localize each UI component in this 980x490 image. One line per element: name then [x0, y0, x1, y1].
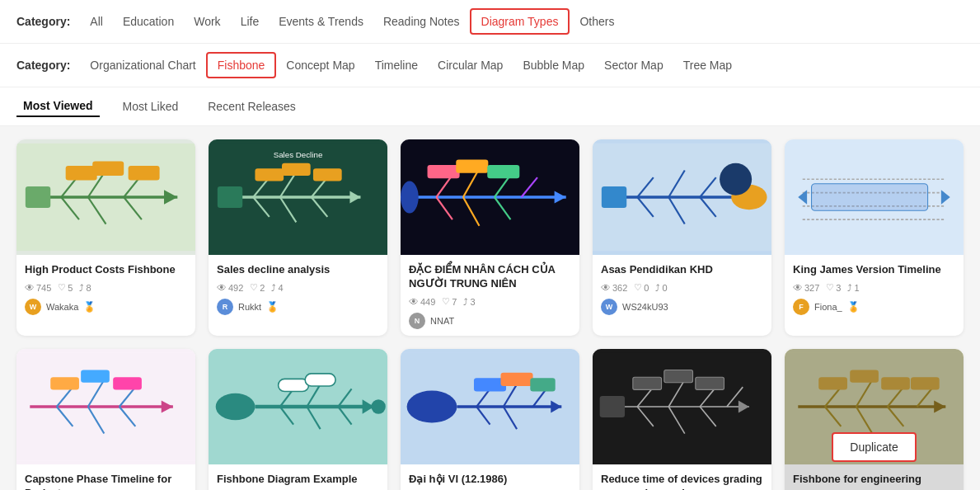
- card-card4[interactable]: Asas Pendidikan KHD 👁 362 ♡ 0 ⤴ 0 W WS24…: [593, 139, 771, 336]
- likes-count: 2: [260, 283, 265, 293]
- card-author: N NNAT: [409, 313, 571, 329]
- sort-recent[interactable]: Recent Releases: [201, 97, 302, 116]
- cat2-timeline[interactable]: Timeline: [365, 54, 428, 77]
- svg-rect-110: [664, 370, 693, 382]
- category-bar-2: Category: Organizational Chart Fishbone …: [0, 44, 980, 87]
- card-thumbnail: [593, 139, 771, 255]
- heart-icon: ♡: [58, 282, 66, 293]
- cat1-work[interactable]: Work: [184, 10, 230, 33]
- cat2-org[interactable]: Organizational Chart: [80, 54, 205, 77]
- card-body: Fishbone Diagram Example 👁 304 ♡ 0 ⤴ 0 F…: [209, 464, 387, 490]
- svg-rect-22: [218, 186, 242, 208]
- author-avatar: F: [793, 299, 809, 315]
- card-thumbnail: [401, 139, 579, 255]
- svg-rect-60: [812, 184, 928, 211]
- author-avatar: R: [217, 299, 233, 315]
- svg-rect-50: [602, 186, 626, 208]
- svg-rect-12: [129, 166, 160, 180]
- cat2-fishbone[interactable]: Fishbone: [206, 52, 277, 78]
- heart-icon: ♡: [634, 282, 642, 293]
- card-stats: 👁 449 ♡ 7 ⤴ 3: [409, 296, 571, 308]
- card-card6[interactable]: Capstone Phase Timeline for Projects 👁 2…: [16, 349, 195, 490]
- svg-point-52: [720, 163, 752, 196]
- views-count: 745: [36, 283, 51, 293]
- card-card2[interactable]: Sales Decline Sales decline analysis 👁 4…: [209, 139, 387, 336]
- card-body: Asas Pendidikan KHD 👁 362 ♡ 0 ⤴ 0 W WS24…: [593, 255, 771, 322]
- cat2-tree[interactable]: Tree Map: [673, 54, 742, 77]
- shares-stat: ⤴ 3: [463, 297, 475, 307]
- svg-rect-84: [279, 379, 309, 391]
- shares-stat: ⤴ 8: [79, 283, 91, 293]
- likes-count: 3: [836, 283, 841, 293]
- card-author: W WS24kU93: [601, 299, 763, 315]
- share-icon: ⤴: [847, 283, 852, 293]
- cat2-circular[interactable]: Circular Map: [428, 54, 513, 77]
- eye-icon: 👁: [793, 282, 803, 294]
- card-card10[interactable]: Fishbone for engineering 👁 253 ♡ 1 ⤴ 1 E…: [785, 349, 964, 490]
- svg-rect-37: [428, 165, 460, 178]
- shares-stat: ⤴ 0: [655, 283, 667, 293]
- svg-point-74: [216, 393, 256, 421]
- card-card1[interactable]: High Product Costs Fishbone 👁 745 ♡ 5 ⤴ …: [16, 139, 195, 336]
- svg-rect-108: [600, 396, 625, 417]
- author-avatar: W: [601, 299, 617, 315]
- cat1-others[interactable]: Others: [570, 10, 624, 33]
- svg-rect-85: [305, 374, 335, 386]
- gold-badge: 🏅: [83, 301, 96, 313]
- views-count: 449: [420, 297, 435, 307]
- cat2-concept[interactable]: Concept Map: [276, 54, 364, 77]
- views-count: 327: [804, 283, 819, 293]
- shares-count: 8: [86, 283, 91, 293]
- shares-count: 0: [662, 283, 667, 293]
- likes-count: 7: [452, 297, 457, 307]
- card-card3[interactable]: ĐẶC ĐIỂM NHÂN CÁCH CỦA NGƯỜI TRUNG NIÊN …: [401, 139, 579, 336]
- likes-stat: ♡ 2: [250, 282, 265, 293]
- svg-rect-71: [81, 370, 110, 382]
- card-stats: 👁 492 ♡ 2 ⤴ 4: [217, 282, 379, 294]
- share-icon: ⤴: [79, 283, 84, 293]
- cat1-education[interactable]: Education: [113, 10, 184, 33]
- svg-point-77: [371, 399, 385, 413]
- heart-icon: ♡: [442, 296, 450, 307]
- cat2-sector[interactable]: Sector Map: [594, 54, 673, 77]
- svg-rect-25: [313, 168, 342, 181]
- card-stats: 👁 327 ♡ 3 ⤴ 1: [793, 282, 955, 294]
- svg-rect-97: [530, 378, 555, 391]
- cat1-all[interactable]: All: [80, 10, 113, 33]
- card-card7[interactable]: Fishbone Diagram Example 👁 304 ♡ 0 ⤴ 0 F…: [209, 349, 387, 490]
- likes-count: 0: [644, 283, 649, 293]
- svg-rect-109: [633, 377, 662, 389]
- shares-count: 3: [470, 297, 475, 307]
- shares-stat: ⤴ 4: [271, 283, 283, 293]
- card-card5[interactable]: King James Version Timeline 👁 327 ♡ 3 ⤴ …: [785, 139, 964, 336]
- author-name: Rukkt: [238, 302, 261, 312]
- card-body: High Product Costs Fishbone 👁 745 ♡ 5 ⤴ …: [16, 255, 195, 322]
- views-stat: 👁 492: [217, 282, 243, 294]
- card-card8[interactable]: Đại hội VI (12.1986) 👁 226 ♡ 2 ⤴ 0 T Tân…: [401, 349, 579, 490]
- card-title: Fishbone Diagram Example: [217, 473, 379, 487]
- cat1-reading[interactable]: Reading Notes: [373, 10, 470, 33]
- cat1-life[interactable]: Life: [231, 10, 270, 33]
- shares-count: 1: [854, 283, 859, 293]
- card-title: Asas Pendidikan KHD: [601, 263, 763, 277]
- card-thumbnail: [16, 139, 195, 255]
- sort-most-liked[interactable]: Most Liked: [116, 97, 185, 116]
- cat2-bubble[interactable]: Bubble Map: [513, 54, 594, 77]
- card-thumbnail: Sales Decline: [209, 139, 387, 255]
- likes-stat: ♡ 5: [58, 282, 73, 293]
- svg-rect-38: [456, 159, 488, 172]
- card-card9[interactable]: Reduce time of devices grading process i…: [593, 349, 771, 490]
- duplicate-button[interactable]: Duplicate: [832, 432, 916, 462]
- likes-stat: ♡ 0: [634, 282, 649, 293]
- heart-icon: ♡: [250, 282, 258, 293]
- heart-icon: ♡: [826, 282, 834, 293]
- sort-most-viewed[interactable]: Most Viewed: [16, 96, 100, 117]
- card-body: King James Version Timeline 👁 327 ♡ 3 ⤴ …: [785, 255, 964, 322]
- share-icon: ⤴: [271, 283, 276, 293]
- cat1-diagram[interactable]: Diagram Types: [470, 8, 570, 35]
- author-avatar: N: [409, 313, 425, 329]
- cat1-events[interactable]: Events & Trends: [269, 10, 373, 33]
- share-icon: ⤴: [463, 297, 468, 307]
- views-stat: 👁 449: [409, 296, 435, 308]
- card-thumbnail: [16, 349, 195, 464]
